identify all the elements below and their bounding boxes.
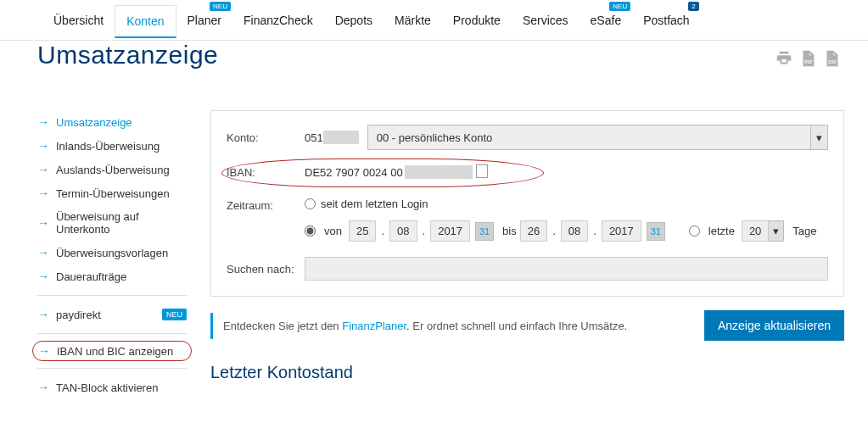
sidebar-item-vorlagen[interactable]: →Überweisungsvorlagen [37,241,187,264]
opt-letzte-label: letzte [708,225,735,237]
main-content: Konto: 051 00 - persönliches Konto ▾ IBA… [210,110,844,399]
konto-number: 051 [305,131,359,144]
bis-label: bis [502,225,517,237]
badge-neu: NEU [210,2,231,11]
search-input[interactable] [305,257,828,281]
iban-value: DE52 7907 0024 00 [305,165,488,179]
search-label: Suchen nach: [227,263,305,275]
sidebar-item-tan[interactable]: →TAN-Block aktivieren [37,376,187,399]
arrow-icon: → [37,381,49,394]
svg-text:CSV: CSV [828,60,837,64]
tab-konten[interactable]: Konten [115,5,176,38]
opt-von-label: von [324,225,342,237]
tab-finanzcheck[interactable]: FinanzCheck [232,5,324,36]
badge-neu: NEU [609,2,630,11]
badge-count: 2 [688,2,698,11]
letzte-tage-select[interactable]: 20 ▾ [742,220,784,242]
konto-select[interactable]: 00 - persönliches Konto ▾ [367,125,828,150]
to-day[interactable]: 26 [520,220,547,242]
opt-last-login-label: seit dem letzten Login [321,198,428,210]
svg-text:PDF: PDF [804,60,812,64]
divider [37,333,187,334]
tab-postfach[interactable]: Postfach2 [632,5,700,36]
redacted [323,131,359,144]
pdf-icon[interactable]: PDF [798,49,817,70]
sidebar-item-dauerauftraege[interactable]: →Daueraufträge [37,264,187,288]
badge-neu: NEU [162,309,187,320]
arrow-icon: → [37,246,49,259]
sidebar-item-iban-bic[interactable]: →IBAN und BIC anzeigen [32,341,192,361]
sidebar-item-umsatzanzeige[interactable]: →Umsatzanzeige [37,110,187,134]
sidebar: →Umsatzanzeige →Inlands-Überweisung →Aus… [37,110,187,399]
top-nav: Übersicht Konten PlanerNEU FinanzCheck D… [0,0,868,41]
tab-services[interactable]: Services [512,5,580,36]
tab-depots[interactable]: Depots [324,5,384,36]
export-icons: PDF CSV [775,49,841,70]
filter-panel: Konto: 051 00 - persönliches Konto ▾ IBA… [210,110,844,297]
chevron-down-icon: ▾ [810,125,827,149]
arrow-icon: → [37,216,49,230]
print-icon[interactable] [775,49,793,70]
chevron-down-icon: ▾ [769,220,784,242]
sidebar-item-inlands[interactable]: →Inlands-Überweisung [37,134,187,158]
radio-von[interactable] [305,225,316,236]
tab-maerkte[interactable]: Märkte [384,5,442,36]
radio-letzte[interactable] [689,225,700,236]
konto-label: Konto: [227,131,305,144]
arrow-icon: → [37,308,49,321]
tab-produkte[interactable]: Produkte [442,5,512,36]
divider [37,295,187,296]
csv-icon[interactable]: CSV [822,49,841,70]
sidebar-item-auslands[interactable]: →Auslands-Überweisung [37,158,187,181]
redacted [405,165,473,179]
to-month[interactable]: 08 [561,220,588,242]
arrow-icon: → [37,139,49,153]
arrow-icon: → [37,115,49,129]
tab-uebersicht[interactable]: Übersicht [42,5,115,36]
from-year[interactable]: 2017 [430,220,470,242]
section-title: Letzter Kontostand [210,363,844,382]
tab-planer[interactable]: PlanerNEU [176,5,232,36]
tage-label: Tage [792,225,816,237]
radio-last-login[interactable] [305,198,316,209]
calendar-icon[interactable]: 31 [647,222,665,241]
calendar-icon[interactable]: 31 [475,222,494,241]
finanzplaner-link[interactable]: FinanzPlaner [342,320,406,332]
hint-banner: Entdecken Sie jetzt den FinanzPlaner. Er… [210,313,692,339]
arrow-icon: → [37,270,49,283]
sidebar-item-paydirekt[interactable]: →paydirektNEU [37,303,187,326]
sidebar-item-unterkonto[interactable]: →Überweisung auf Unterkonto [37,205,187,241]
arrow-icon: → [37,186,49,200]
copy-icon[interactable] [478,166,488,178]
zeitraum-label: Zeitraum: [227,198,305,212]
arrow-icon: → [38,344,50,358]
divider [37,368,187,369]
sidebar-item-termin[interactable]: →Termin-Überweisungen [37,181,187,205]
from-month[interactable]: 08 [389,220,417,242]
page-title: Umsatzanzeige [37,41,218,70]
refresh-button[interactable]: Anzeige aktualisieren [704,310,844,341]
to-year[interactable]: 2017 [602,220,641,242]
iban-label: IBAN: [227,166,305,179]
arrow-icon: → [37,163,49,176]
tab-esafe[interactable]: eSafeNEU [580,5,633,36]
from-day[interactable]: 25 [349,220,376,242]
